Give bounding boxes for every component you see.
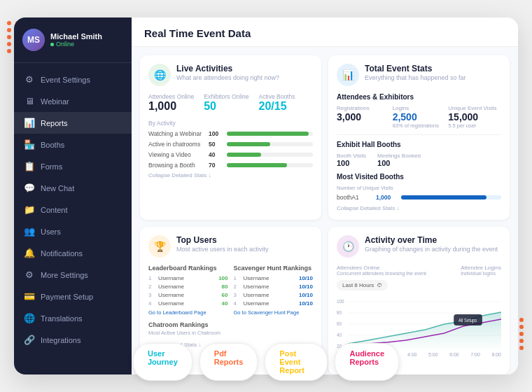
event-stats-grid: Registrations 3,000 Logins 2,500 83% of … xyxy=(337,105,501,129)
live-stats: Attendees Online 1,000 Exhibitors Online… xyxy=(148,93,313,113)
sidebar-item-forms[interactable]: 📋 Forms xyxy=(14,155,132,177)
leaderboard-row-1: 1Username100 xyxy=(148,275,228,281)
payment-icon: 💳 xyxy=(24,291,35,302)
users-icon: 👥 xyxy=(24,226,35,237)
attendees-online-stat: Attendees Online 1,000 xyxy=(148,93,194,113)
top-users-grid: Leaderboard Rankings 1Username100 2Usern… xyxy=(148,265,313,316)
booths-label: Exhibit Hall Booths xyxy=(337,141,501,148)
total-stats-header: 📊 Total Event Stats Everything that has … xyxy=(337,64,501,86)
sidebar-item-integrations[interactable]: 🔗 Integrations xyxy=(14,329,132,351)
meetings-booked-stat: Meetings Booked 100 xyxy=(377,153,421,167)
tab-audience-reports[interactable]: Audience Reports xyxy=(335,343,399,381)
user-status: Online xyxy=(50,41,102,48)
total-stats-icon: 📊 xyxy=(337,64,359,86)
registrations-stat: Registrations 3,000 xyxy=(337,105,390,129)
sidebar-item-reports[interactable]: 📊 Reports xyxy=(14,112,132,134)
booth-visits-stat: Booth Visits 100 xyxy=(337,153,366,167)
content-icon: 📁 xyxy=(24,204,35,215)
scavenger-row-4: 4Username10/10 xyxy=(234,300,314,307)
stats-collapse-link[interactable]: Collapse Detailed Stats ↓ xyxy=(337,205,501,211)
sidebar-item-new-chat[interactable]: 💬 New Chat xyxy=(14,177,132,199)
tab-post-event-report[interactable]: Post Event Report xyxy=(265,343,328,381)
unique-visits-stat: Unique Event Visits 15,000 5.5 per user xyxy=(448,105,501,129)
activity-time-header: 🕐 Activity over Time Graphing of changes… xyxy=(337,235,501,258)
sidebar-item-notifications[interactable]: 🔔 Notifications xyxy=(14,242,132,264)
leaderboard-row-4: 4Username40 xyxy=(148,300,228,307)
booths-icon: 🏪 xyxy=(24,139,35,150)
scavenger-link[interactable]: Go to Scavenger Hunt Page xyxy=(234,309,314,316)
settings-icon: ⚙ xyxy=(24,74,35,85)
total-stats-title-group: Total Event Stats Everything that has ha… xyxy=(365,64,466,81)
content-area: 🌐 Live Activities What are attendees doi… xyxy=(132,47,518,374)
active-booths-value: 20/15 xyxy=(258,100,295,113)
svg-text:60: 60 xyxy=(337,321,342,326)
activity-row-video: Viewing a Video 40 xyxy=(148,151,313,158)
svg-text:80: 80 xyxy=(337,310,342,315)
integrations-icon: 🔗 xyxy=(24,335,35,345)
activity-row-webinar: Watching a Webinar 100 xyxy=(148,130,313,137)
unique-visits-value: 15,000 xyxy=(448,111,501,122)
attendees-online-group: Attendees Online Concurrent attendees br… xyxy=(337,265,426,276)
activity-time-icon: 🕐 xyxy=(337,235,359,258)
clock-icon: ⏱ xyxy=(377,282,382,288)
top-users-icon: 🏆 xyxy=(148,235,171,258)
reports-icon: 📊 xyxy=(24,118,35,128)
live-activities-title: Live Activities xyxy=(176,64,279,74)
scavenger-row-1: 1Username10/10 xyxy=(234,275,314,281)
booth-visits-value: 100 xyxy=(337,159,366,167)
scavenger-section: Scavenger Hunt Rankings 1Username10/10 2… xyxy=(234,265,314,316)
logins-group: Attendee Logins Individual logins xyxy=(461,265,501,276)
user-name: Michael Smith xyxy=(50,32,102,41)
chatroom-title: Chatroom Rankings xyxy=(148,321,313,328)
activity-time-title: Activity over Time xyxy=(365,235,498,245)
top-users-header: 🏆 Top Users Most active users in each ac… xyxy=(148,235,313,258)
chat-icon: 💬 xyxy=(24,183,35,193)
live-activities-icon: 🌐 xyxy=(148,64,171,86)
webinar-icon: 🖥 xyxy=(24,96,35,106)
sidebar-item-event-settings[interactable]: ⚙ Event Settings xyxy=(14,69,132,90)
chatroom-subtitle: Most Active Users in Chatroom xyxy=(148,330,313,336)
live-collapse-link[interactable]: Collapse Detailed Stats ↓ xyxy=(148,172,313,178)
live-activities-header: 🌐 Live Activities What are attendees doi… xyxy=(148,64,313,86)
attendees-exhibitors-label: Attendees & Exhibitors xyxy=(337,93,501,101)
top-users-title-group: Top Users Most active users in each acti… xyxy=(176,235,269,253)
forms-icon: 📋 xyxy=(24,161,35,172)
leaderboard-row-2: 2Username80 xyxy=(148,284,228,290)
most-visited-note: Number of Unique Visits xyxy=(337,185,501,191)
by-activity-label: By Activity xyxy=(148,120,313,127)
attendees-online-value: 1,000 xyxy=(148,100,194,113)
logins-stat: Logins 2,500 83% of registrations xyxy=(393,105,446,129)
sidebar-item-webinar[interactable]: 🖥 Webinar xyxy=(14,90,132,112)
logins-value: 2,500 xyxy=(393,111,446,122)
sidebar-item-translations[interactable]: 🌐 Translations xyxy=(14,307,132,329)
meetings-booked-value: 100 xyxy=(377,159,421,167)
activity-time-stats-row: Attendees Online Concurrent attendees br… xyxy=(337,265,501,276)
most-visited-row: boothA1 1,000 xyxy=(337,194,501,201)
total-event-stats-card: 📊 Total Event Stats Everything that has … xyxy=(328,55,510,220)
sidebar-item-more-settings[interactable]: ⚙ More Settings xyxy=(14,264,132,286)
sidebar-item-booths[interactable]: 🏪 Booths xyxy=(14,134,132,155)
booth-stats: Booth Visits 100 Meetings Booked 100 xyxy=(337,153,501,167)
main-header: Real Time Event Data xyxy=(132,18,518,47)
sidebar-item-users[interactable]: 👥 Users xyxy=(14,220,132,242)
tab-pdf-reports[interactable]: Pdf Reports xyxy=(200,343,258,381)
sidebar-item-content[interactable]: 📁 Content xyxy=(14,199,132,220)
time-filter-row: Last 8 Hours ⏱ xyxy=(337,280,501,290)
main-content: Real Time Event Data 🌐 Live Activities W… xyxy=(132,18,518,374)
bell-icon: 🔔 xyxy=(24,248,35,258)
leaderboard-link[interactable]: Go to Leaderboard Page xyxy=(148,309,228,316)
scavenger-row-2: 2Username10/10 xyxy=(234,284,314,290)
globe-icon: 🌐 xyxy=(24,313,35,323)
top-users-title: Top Users xyxy=(176,235,269,245)
sidebar-item-payment[interactable]: 💳 Payment Setup xyxy=(14,286,132,307)
sidebar: MS Michael Smith Online ⚙ Event Settings… xyxy=(14,18,132,374)
top-users-subtitle: Most active users in each activity xyxy=(176,246,269,253)
leaderboard-section: Leaderboard Rankings 1Username100 2Usern… xyxy=(148,265,228,316)
avatar: MS xyxy=(22,29,45,51)
time-filter[interactable]: Last 8 Hours ⏱ xyxy=(337,280,388,290)
scavenger-title: Scavenger Hunt Rankings xyxy=(234,265,314,272)
tab-user-journey[interactable]: User Journey xyxy=(133,343,192,381)
live-activities-title-group: Live Activities What are attendees doing… xyxy=(176,64,279,81)
registrations-value: 3,000 xyxy=(337,111,390,122)
total-stats-subtitle: Everything that has happened so far xyxy=(365,74,466,81)
